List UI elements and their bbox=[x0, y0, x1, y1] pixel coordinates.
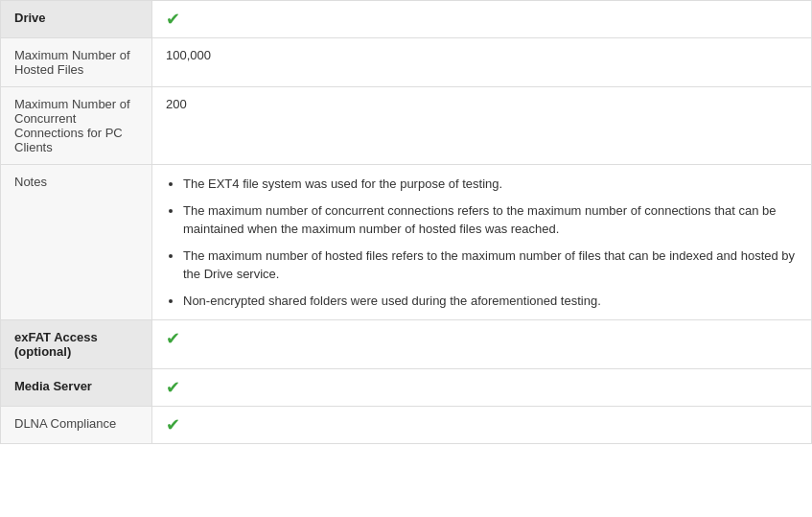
concurrent-connections-value: 200 bbox=[152, 87, 812, 165]
table-row-notes: Notes The EXT4 file system was used for … bbox=[1, 165, 812, 320]
list-item: The EXT4 file system was used for the pu… bbox=[183, 175, 798, 194]
table-row-drive-header: Drive ✔ bbox=[1, 1, 812, 38]
drive-section-label: Drive bbox=[1, 1, 152, 38]
notes-value: The EXT4 file system was used for the pu… bbox=[152, 165, 812, 320]
notes-label: Notes bbox=[1, 165, 152, 320]
table-row-exfat-header: exFAT Access (optional) ✔ bbox=[1, 320, 812, 369]
table-row-media-server-header: Media Server ✔ bbox=[1, 369, 812, 407]
list-item: Non-encrypted shared folders were used d… bbox=[183, 292, 798, 311]
checkmark-icon: ✔ bbox=[166, 329, 180, 348]
list-item: The maximum number of concurrent connect… bbox=[183, 201, 798, 239]
notes-list: The EXT4 file system was used for the pu… bbox=[166, 175, 798, 310]
dlna-checkmark: ✔ bbox=[152, 407, 812, 444]
checkmark-icon: ✔ bbox=[166, 378, 180, 397]
drive-header-checkmark: ✔ bbox=[152, 1, 812, 38]
concurrent-connections-label: Maximum Number of Concurrent Connections… bbox=[1, 87, 152, 165]
dlna-label: DLNA Compliance bbox=[1, 407, 152, 444]
table-row-concurrent-connections: Maximum Number of Concurrent Connections… bbox=[1, 87, 812, 165]
features-table: Drive ✔ Maximum Number of Hosted Files 1… bbox=[0, 0, 812, 444]
list-item: The maximum number of hosted files refer… bbox=[183, 247, 798, 284]
checkmark-icon: ✔ bbox=[166, 10, 180, 29]
hosted-files-label: Maximum Number of Hosted Files bbox=[1, 38, 152, 87]
table-row-dlna: DLNA Compliance ✔ bbox=[1, 407, 812, 444]
exfat-section-label: exFAT Access (optional) bbox=[1, 320, 152, 369]
checkmark-icon: ✔ bbox=[166, 415, 180, 435]
exfat-header-checkmark: ✔ bbox=[152, 320, 812, 369]
media-server-header-checkmark: ✔ bbox=[152, 369, 812, 407]
table-row-hosted-files: Maximum Number of Hosted Files 100,000 bbox=[1, 38, 812, 87]
hosted-files-value: 100,000 bbox=[152, 38, 812, 87]
media-server-section-label: Media Server bbox=[1, 369, 152, 407]
